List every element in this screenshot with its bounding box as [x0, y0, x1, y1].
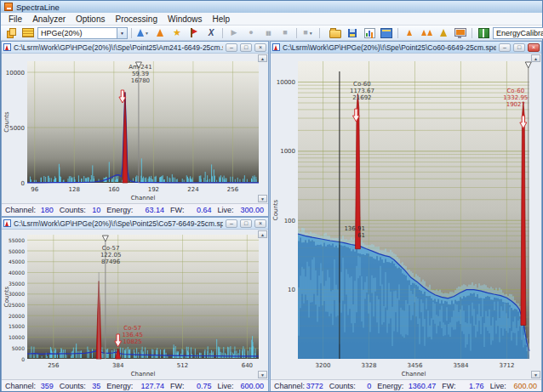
status-channel-value: 3772 [306, 382, 329, 390]
acquire-stop-icon[interactable]: ■ [277, 26, 293, 39]
status-fw-value: 1.76 [469, 382, 490, 390]
svg-text:10: 10 [288, 287, 295, 293]
window-titlebar-co60[interactable]: C:\Lsrm\Work\GP\HPGe(20%)\!\Spe\Point25\… [271, 42, 541, 54]
spectrum-plot-am241[interactable]: Am-24159.3916780050001000096128160192224… [2, 54, 268, 203]
svg-text:Am-241: Am-241 [129, 64, 152, 71]
spectrum-svg-am241[interactable]: Am-24159.3916780050001000096128160192224… [2, 54, 268, 203]
report-chart-icon[interactable] [362, 26, 377, 39]
spin-up-icon[interactable]: ▲ [531, 54, 540, 62]
status-live-label: Live: [490, 382, 506, 390]
svg-text:Counts: Counts [3, 286, 10, 307]
status-energy-value: 127.74 [141, 382, 171, 390]
svg-text:0: 0 [21, 180, 25, 187]
spectra-pages-icon[interactable] [3, 26, 19, 39]
toolbar-separator [397, 28, 398, 38]
peak-area-icon[interactable] [436, 26, 451, 39]
spin-down-icon[interactable]: ▼ [258, 371, 267, 378]
spectrum-svg-co60[interactable]: 136.9161Co-601173.6721692Co-601332.95190… [271, 54, 540, 379]
spin-up-icon[interactable]: ▲ [258, 54, 267, 62]
svg-text:21692: 21692 [352, 94, 371, 101]
minimize-button[interactable]: – [226, 219, 237, 228]
peak-search-icon[interactable] [152, 26, 168, 39]
svg-text:5000: 5000 [12, 345, 25, 351]
acquire-record-icon[interactable]: ● [243, 26, 259, 39]
spin-up-icon[interactable]: ▲ [258, 230, 267, 238]
svg-text:10825: 10825 [123, 338, 142, 345]
minimize-button[interactable]: – [499, 43, 511, 52]
svg-text:100: 100 [284, 218, 295, 224]
minimize-button[interactable]: – [226, 43, 237, 52]
svg-text:Channel: Channel [131, 371, 156, 378]
peak-fit-icon[interactable]: ★ [169, 26, 185, 39]
spin-down-icon[interactable]: ▼ [258, 195, 267, 202]
peak-single-icon[interactable] [402, 26, 417, 39]
spectrum-window-icon [3, 219, 11, 227]
window-title-co57: C:\Lsrm\Work\GP\HPGe(20%)\!\Spe\Point25\… [14, 219, 223, 228]
svg-text:10000: 10000 [277, 79, 295, 86]
menu-help[interactable]: Help [208, 14, 236, 24]
toolbar-separator [131, 28, 132, 38]
flag-marker-icon[interactable] [186, 26, 202, 39]
close-button[interactable]: × [254, 219, 266, 228]
status-counts-label: Counts: [60, 206, 86, 214]
save-icon[interactable] [345, 26, 360, 39]
toolbar-separator [319, 28, 320, 38]
svg-text:50000: 50000 [9, 248, 25, 254]
status-counts-value: 35 [92, 382, 106, 390]
calibration-select-value: EnergyCalibration [496, 29, 543, 37]
svg-text:61: 61 [357, 232, 365, 239]
maximize-button[interactable]: □ [240, 43, 252, 52]
new-window-icon[interactable] [379, 26, 394, 39]
svg-text:Counts: Counts [3, 111, 10, 133]
menu-analyzer[interactable]: Analyzer [27, 14, 71, 24]
svg-text:59.39: 59.39 [132, 71, 149, 77]
status-energy-label: Energy: [377, 382, 403, 390]
peak-double-icon[interactable] [419, 26, 434, 39]
detector-select[interactable]: HPGe(20%) ▼ [37, 27, 128, 39]
svg-text:256: 256 [48, 362, 60, 369]
spectrum-window-icon [272, 43, 280, 51]
toolbar-separator [472, 28, 472, 38]
svg-text:Channel: Channel [131, 195, 156, 202]
spectrum-plot-co57[interactable]: Co-57122.0587496Co-57136.451082505000100… [2, 230, 268, 379]
open-folder-icon[interactable] [328, 26, 343, 39]
app-icon [4, 3, 13, 11]
svg-text:Co-60: Co-60 [353, 81, 371, 88]
status-channel-label: Channel: [5, 206, 36, 214]
spin-down-icon[interactable]: ▼ [531, 371, 540, 378]
menu-processing[interactable]: Processing [111, 14, 163, 24]
close-button[interactable]: × [528, 43, 540, 52]
status-channel-label: Channel: [274, 382, 305, 390]
toolbar-separator [222, 28, 223, 38]
monitor-icon[interactable] [453, 26, 468, 39]
nuclide-id-icon[interactable]: X [203, 26, 219, 39]
spectrum-svg-co57[interactable]: Co-57122.0587496Co-57136.451082505000100… [2, 230, 268, 379]
svg-text:30000: 30000 [9, 291, 25, 297]
menu-file[interactable]: File [3, 14, 27, 24]
maximize-button[interactable]: □ [513, 43, 525, 52]
detector-cone-icon[interactable]: ▼ [135, 26, 151, 39]
menu-options[interactable]: Options [71, 14, 110, 24]
acquire-start-icon[interactable]: ▶ [226, 26, 242, 39]
maximize-button[interactable]: □ [240, 219, 252, 228]
status-live-value: 600.00 [513, 382, 538, 390]
chevron-down-icon[interactable]: ▼ [117, 28, 127, 38]
svg-text:1332.95: 1332.95 [503, 94, 528, 101]
app-titlebar[interactable]: SpectraLine [1, 1, 542, 13]
calibration-select[interactable]: EnergyCalibration ▼ [493, 27, 543, 39]
svg-text:19027: 19027 [506, 101, 525, 108]
menu-windows[interactable]: Windows [163, 14, 208, 24]
svg-text:136.91: 136.91 [344, 225, 365, 232]
window-title-am241: C:\Lsrm\Work\GP\HPGe(20%)\!\Spe\Point25\… [14, 43, 223, 52]
window-titlebar-co57[interactable]: C:\Lsrm\Work\GP\HPGe(20%)\!\Spe\Point25\… [2, 218, 268, 230]
acquire-pause-icon[interactable]: ▮▮ [260, 26, 276, 39]
svg-text:87496: 87496 [101, 258, 121, 265]
status-counts-value: 0 [367, 382, 377, 390]
acquire-stop-alt-icon[interactable]: ■▼ [300, 26, 316, 39]
svg-text:25000: 25000 [9, 302, 25, 308]
close-button[interactable]: × [254, 43, 266, 52]
calibration-book-icon[interactable] [476, 26, 491, 39]
window-titlebar-am241[interactable]: C:\Lsrm\Work\GP\HPGe(20%)\!\Spe\Point25\… [2, 42, 268, 54]
spectrum-table-icon[interactable] [20, 26, 36, 39]
spectrum-plot-co60[interactable]: 136.9161Co-601173.6721692Co-601332.95190… [271, 54, 541, 379]
